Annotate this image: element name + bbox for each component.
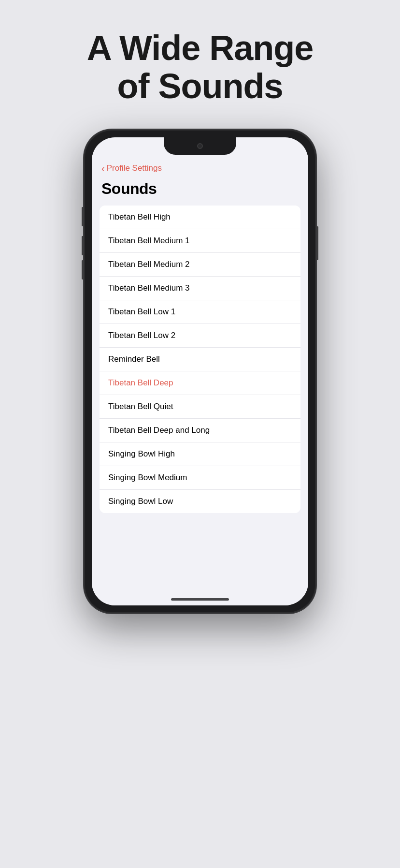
list-item[interactable]: Tibetan Bell Low 2 — [100, 324, 300, 348]
list-item[interactable]: Tibetan Bell Low 1 — [100, 300, 300, 324]
sounds-list: Tibetan Bell High Tibetan Bell Medium 1 … — [100, 206, 300, 513]
app-content: ‹ Profile Settings Sounds Tibetan Bell H… — [92, 155, 308, 605]
home-indicator — [171, 598, 229, 601]
list-item[interactable]: Singing Bowl High — [100, 442, 300, 466]
phone-screen: ‹ Profile Settings Sounds Tibetan Bell H… — [92, 137, 308, 605]
list-item[interactable]: Singing Bowl Medium — [100, 466, 300, 490]
list-item-selected[interactable]: Tibetan Bell Deep — [100, 371, 300, 395]
list-item[interactable]: Singing Bowl Low — [100, 490, 300, 513]
list-item[interactable]: Tibetan Bell Deep and Long — [100, 419, 300, 442]
front-camera — [197, 143, 203, 149]
phone-frame: ‹ Profile Settings Sounds Tibetan Bell H… — [84, 130, 316, 613]
list-item[interactable]: Tibetan Bell Medium 1 — [100, 229, 300, 253]
section-title: Sounds — [92, 176, 308, 206]
list-item[interactable]: Tibetan Bell Quiet — [100, 395, 300, 419]
list-item[interactable]: Tibetan Bell Medium 3 — [100, 277, 300, 300]
back-navigation[interactable]: ‹ Profile Settings — [92, 155, 308, 176]
page-headline: A Wide Range of Sounds — [87, 29, 314, 105]
notch — [164, 137, 236, 155]
list-item[interactable]: Tibetan Bell Medium 2 — [100, 253, 300, 277]
list-item[interactable]: Reminder Bell — [100, 348, 300, 371]
back-chevron-icon: ‹ — [101, 163, 105, 173]
back-nav-label: Profile Settings — [107, 163, 162, 173]
list-item[interactable]: Tibetan Bell High — [100, 206, 300, 229]
